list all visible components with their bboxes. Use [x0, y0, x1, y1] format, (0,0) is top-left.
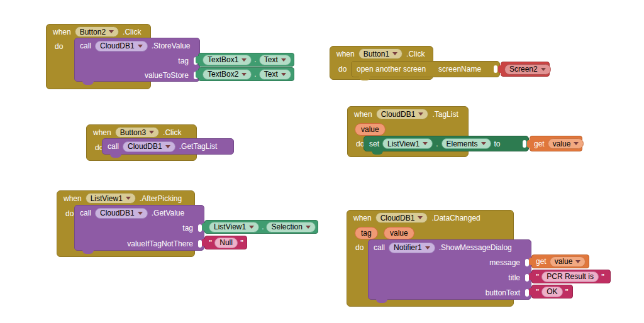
method-name-label: .ShowMessageDialog: [439, 243, 512, 252]
event-header-row: when Button2 .Click: [47, 25, 150, 39]
call-label: call: [108, 142, 119, 151]
dropdown-value: Text: [264, 55, 278, 64]
plug-notch: [498, 65, 502, 73]
dot-label: .: [262, 222, 264, 231]
dot-label: .: [436, 140, 438, 148]
dropdown-arrow-icon: [574, 142, 579, 145]
set-listview-elements-block[interactable]: set ListView1 . Elements to: [364, 136, 529, 151]
value-socket: [523, 140, 526, 148]
when-label: when: [93, 128, 111, 137]
param-row-buttontext: buttonText: [369, 285, 531, 300]
call-label: call: [80, 41, 91, 50]
get-value-block[interactable]: get value: [530, 136, 582, 151]
do-label: do: [338, 65, 347, 74]
next-connector: [110, 153, 121, 158]
next-connector: [82, 80, 94, 85]
when-label: when: [353, 214, 372, 222]
dropdown-value: TextBox2: [208, 70, 238, 79]
event-header-row: when Button3 .Click: [87, 125, 196, 140]
event-param-tag[interactable]: tag: [355, 227, 378, 239]
call-gettaglist-block[interactable]: call CloudDB1 .GetTagList: [102, 138, 234, 155]
text-string-field[interactable]: PCR Result is: [541, 271, 599, 282]
component-dropdown[interactable]: CloudDB1: [95, 208, 148, 219]
blocks-workspace[interactable]: when Button2 .Click do call CloudDB1 .St…: [0, 0, 644, 323]
event-header-row: when CloudDB1 .TagList: [348, 107, 468, 121]
property-dropdown[interactable]: Text: [259, 55, 291, 65]
component-dropdown[interactable]: ListView1: [86, 193, 136, 204]
call-getvalue-block[interactable]: call CloudDB1 .GetValue tag valueIfTagNo…: [74, 205, 204, 251]
textbox1-text-getter-block[interactable]: TextBox1 . Text: [198, 53, 294, 67]
dropdown-value: CloudDB1: [380, 214, 415, 222]
property-dropdown[interactable]: Text: [259, 69, 291, 80]
set-label: set: [369, 140, 379, 148]
dropdown-value: Screen2: [509, 65, 538, 74]
event-block-clouddb-taglist[interactable]: when CloudDB1 .TagList value do set List…: [347, 106, 585, 160]
when-label: when: [64, 194, 82, 203]
event-block-button3-click[interactable]: when Button3 .Click do call CloudDB1 .Ge…: [86, 124, 237, 163]
property-dropdown[interactable]: Elements: [441, 138, 491, 149]
event-name-label: .DataChanged: [431, 214, 480, 222]
component-dropdown[interactable]: Button1: [358, 48, 402, 59]
statement-label: open another screen: [357, 65, 426, 74]
dropdown-arrow-icon: [138, 45, 143, 48]
event-name-label: .Click: [123, 28, 141, 36]
component-dropdown[interactable]: CloudDB1: [123, 141, 175, 152]
param-label: valueToStore: [145, 71, 189, 80]
dropdown-value: ListView1: [91, 194, 123, 203]
event-block-clouddb-datachanged[interactable]: when CloudDB1 .DataChanged tag value do …: [347, 210, 617, 309]
component-dropdown[interactable]: ListView1: [382, 138, 433, 149]
call-header-row: call CloudDB1 .StoreValue: [75, 38, 199, 53]
text-string-ok-block[interactable]: " OK ": [531, 285, 573, 298]
variable-dropdown[interactable]: value: [550, 256, 586, 267]
textbox2-text-getter-block[interactable]: TextBox2 . Text: [198, 67, 294, 81]
plug-notch: [196, 70, 199, 78]
screen2-dropdown-block[interactable]: Screen2: [501, 62, 550, 77]
call-showmessagedialog-block[interactable]: call Notifier1 .ShowMessageDialog messag…: [368, 239, 531, 300]
variable-dropdown[interactable]: value: [548, 138, 584, 149]
dropdown-arrow-icon: [281, 58, 286, 62]
component-dropdown[interactable]: Notifier1: [389, 243, 435, 253]
component-dropdown[interactable]: CloudDB1: [95, 41, 148, 52]
do-label: do: [355, 243, 364, 252]
component-dropdown[interactable]: CloudDB1: [376, 109, 429, 119]
event-name-label: .TagList: [432, 110, 458, 119]
plug-notch: [529, 258, 533, 265]
get-label: get: [536, 257, 547, 266]
text-string-null-block[interactable]: " Null ": [204, 236, 247, 249]
event-block-button2-click[interactable]: when Button2 .Click do call CloudDB1 .St…: [46, 24, 297, 93]
when-label: when: [336, 50, 355, 58]
component-dropdown[interactable]: Button3: [115, 127, 159, 138]
event-name-label: .Click: [406, 50, 425, 58]
get-label: get: [534, 140, 545, 148]
component-dropdown[interactable]: TextBox2: [203, 69, 252, 80]
event-block-listview-afterpicking[interactable]: when ListView1 .AfterPicking do call Clo…: [57, 190, 322, 261]
dropdown-arrow-icon: [306, 226, 311, 229]
dropdown-arrow-icon: [575, 260, 580, 263]
listview1-selection-getter-block[interactable]: ListView1 . Selection: [204, 220, 318, 234]
text-string-field[interactable]: Null: [214, 238, 238, 248]
text-string-field[interactable]: OK: [541, 287, 562, 297]
component-dropdown[interactable]: TextBox1: [203, 55, 252, 65]
component-dropdown[interactable]: Button2: [75, 26, 119, 37]
get-value-block[interactable]: get value: [531, 255, 589, 268]
component-dropdown[interactable]: CloudDB1: [375, 212, 428, 223]
component-dropdown[interactable]: ListView1: [209, 222, 259, 233]
property-dropdown[interactable]: Selection: [266, 222, 315, 233]
event-param-value[interactable]: value: [384, 227, 414, 239]
arg-label: screenName: [438, 65, 481, 74]
event-block-button1-click[interactable]: when Button1 .Click do open another scre…: [330, 46, 553, 84]
dropdown-arrow-icon: [392, 52, 397, 55]
call-storevalue-block[interactable]: call CloudDB1 .StoreValue tag valueToSto…: [74, 38, 200, 82]
open-quote-label: ": [209, 239, 212, 246]
screen-dropdown[interactable]: Screen2: [504, 64, 551, 75]
close-quote-label: ": [565, 288, 569, 295]
event-param-value[interactable]: value: [355, 123, 386, 136]
param-label: buttonText: [486, 288, 520, 297]
method-name-label: .StoreValue: [152, 41, 191, 50]
event-name-label: .Click: [163, 128, 181, 137]
text-string-pcr-result-block[interactable]: " PCR Result is ": [531, 270, 611, 283]
dropdown-arrow-icon: [109, 30, 114, 33]
do-label: do: [65, 209, 74, 218]
open-another-screen-block[interactable]: open another screen screenName: [351, 61, 500, 77]
dropdown-arrow-icon: [126, 197, 131, 200]
